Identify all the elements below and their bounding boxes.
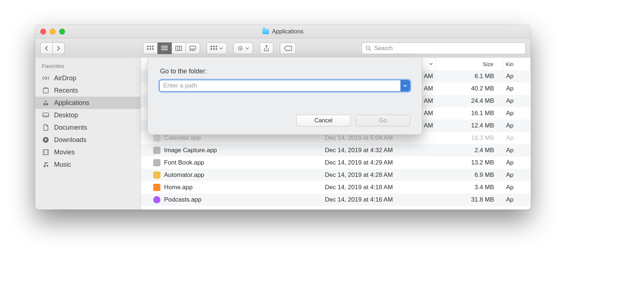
sidebar-item-downloads[interactable]: Downloads: [35, 134, 140, 146]
app-icon: [153, 134, 160, 142]
file-modified: Dec 14, 2019 at 5:04 AM: [325, 134, 393, 142]
file-modified: Dec 14, 2019 at 4:18 AM: [325, 184, 393, 191]
file-kind: Ap: [506, 147, 514, 154]
app-icon: [153, 159, 160, 166]
search-placeholder: Search: [374, 45, 393, 52]
file-kind: Ap: [506, 184, 514, 191]
file-size: 31.8 MB: [471, 196, 494, 203]
svg-rect-15: [193, 50, 195, 51]
table-row[interactable]: Automator.appDec 14, 2019 at 4:28 AM6.9 …: [141, 169, 531, 181]
nav-buttons: [40, 42, 65, 54]
sidebar-item-label: Applications: [54, 99, 89, 107]
toolbar: Search: [35, 38, 531, 58]
file-size: 40.2 MB: [471, 85, 494, 92]
file-size: 24.4 MB: [471, 97, 494, 105]
svg-rect-1: [150, 46, 151, 47]
path-history-dropdown[interactable]: [400, 80, 410, 91]
chevron-down-icon: [403, 85, 407, 87]
svg-rect-28: [44, 88, 47, 89]
icon-view-button[interactable]: [143, 42, 158, 54]
table-row[interactable]: Home.appDec 14, 2019 at 4:18 AM3.4 MBAp: [141, 181, 531, 194]
back-button[interactable]: [40, 42, 53, 54]
column-kind[interactable]: Kin: [503, 58, 531, 70]
group-by-button[interactable]: [207, 42, 227, 54]
file-size: 6.9 MB: [474, 171, 494, 179]
file-size: 6.1 MB: [474, 73, 494, 80]
file-size: 18.3 MB: [471, 134, 494, 142]
sidebar-item-documents[interactable]: Documents: [35, 121, 140, 134]
table-row[interactable]: Podcasts.appDec 14, 2019 at 4:16 AM31.8 …: [141, 194, 531, 206]
column-size[interactable]: Size: [436, 58, 503, 70]
view-switcher: [143, 42, 200, 54]
svg-rect-20: [213, 48, 215, 50]
svg-rect-32: [43, 150, 48, 155]
chevron-down-icon: [245, 47, 249, 49]
svg-rect-4: [150, 48, 151, 50]
file-size: 3.4 MB: [474, 184, 494, 191]
svg-rect-2: [152, 46, 154, 47]
tag-icon: [284, 46, 292, 51]
file-name: Image Capture.app: [164, 147, 217, 154]
search-icon: [366, 45, 371, 51]
sidebar-item-airdrop[interactable]: AirDrop: [35, 72, 140, 84]
svg-point-24: [366, 46, 370, 50]
sidebar-item-label: Movies: [54, 149, 75, 156]
file-kind: Ap: [506, 73, 514, 80]
list-view-button[interactable]: [158, 42, 172, 54]
file-kind: Ap: [506, 97, 514, 105]
sidebar-item-recents[interactable]: Recents: [35, 84, 140, 97]
sidebar-item-desktop[interactable]: Desktop: [35, 109, 140, 121]
cancel-button[interactable]: Cancel: [296, 115, 351, 126]
sidebar-item-music[interactable]: Music: [35, 158, 140, 171]
file-name: Podcasts.app: [164, 196, 201, 203]
svg-rect-18: [216, 46, 217, 47]
file-modified: AM: [424, 97, 433, 105]
share-icon: [264, 45, 269, 52]
table-row[interactable]: Image Capture.appDec 14, 2019 at 4:32 AM…: [141, 144, 531, 157]
tags-button[interactable]: [280, 42, 296, 54]
file-name: Calendar.app: [164, 134, 201, 142]
svg-rect-16: [211, 46, 212, 47]
downloads-icon: [42, 136, 50, 144]
folder-icon: [262, 29, 269, 34]
svg-rect-6: [161, 46, 168, 46]
sidebar-item-movies[interactable]: Movies: [35, 146, 140, 158]
go-button[interactable]: Go: [356, 115, 410, 126]
file-size: 13.2 MB: [471, 159, 494, 166]
gallery-view-button[interactable]: [186, 42, 200, 54]
search-field[interactable]: Search: [362, 42, 526, 54]
apps-icon: [42, 99, 50, 107]
file-name: Automator.app: [164, 171, 204, 179]
sidebar-item-label: Music: [54, 161, 71, 169]
svg-rect-8: [161, 49, 168, 50]
svg-rect-0: [147, 46, 148, 47]
gear-icon: [237, 45, 243, 51]
forward-button[interactable]: [53, 42, 65, 54]
svg-rect-21: [216, 48, 217, 50]
go-to-folder-input[interactable]: [159, 80, 410, 92]
movies-icon: [42, 148, 50, 156]
file-kind: Ap: [506, 134, 514, 142]
file-size: 16.1 MB: [471, 110, 494, 117]
action-menu-button[interactable]: [233, 42, 253, 54]
file-modified: AM: [424, 85, 433, 92]
share-button[interactable]: [260, 42, 273, 54]
file-modified: Dec 14, 2019 at 4:28 AM: [325, 171, 393, 179]
file-kind: Ap: [506, 110, 514, 117]
file-modified: AM: [424, 122, 433, 129]
file-modified: Dec 14, 2019 at 4:32 AM: [325, 147, 393, 154]
documents-icon: [42, 123, 50, 131]
table-row[interactable]: Font Book.appDec 14, 2019 at 4:29 AM13.2…: [141, 157, 531, 169]
svg-rect-7: [161, 48, 168, 48]
file-name: Home.app: [164, 184, 192, 191]
column-view-button[interactable]: [172, 42, 186, 54]
titlebar: Applications: [35, 25, 531, 38]
svg-rect-9: [176, 46, 182, 50]
desktop-icon: [42, 111, 50, 119]
file-size: 12.4 MB: [471, 122, 494, 129]
svg-point-26: [45, 77, 47, 79]
svg-line-25: [370, 49, 371, 51]
sidebar-item-applications[interactable]: Applications: [35, 97, 140, 109]
go-to-folder-sheet: Go to the folder: Cancel Go: [147, 57, 422, 135]
go-to-folder-label: Go to the folder:: [160, 68, 207, 75]
